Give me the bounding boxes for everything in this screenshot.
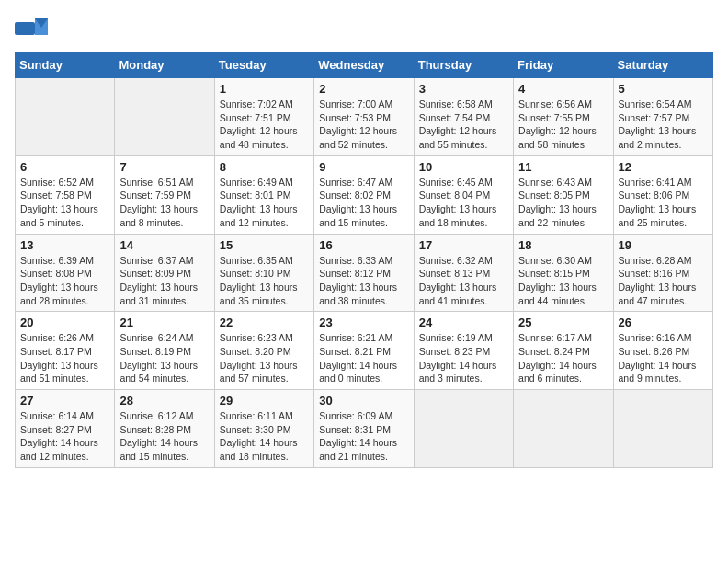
day-number: 21 [119,316,209,329]
day-cell: 18Sunrise: 6:30 AMSunset: 8:15 PMDayligh… [514,234,613,312]
day-number: 27 [20,394,109,408]
day-number: 7 [119,160,209,174]
day-cell [16,78,115,156]
day-cell: 1Sunrise: 7:02 AMSunset: 7:51 PMDaylight… [214,78,313,156]
day-cell: 27Sunrise: 6:14 AMSunset: 8:27 PMDayligh… [16,390,115,468]
day-info: Sunrise: 6:45 AMSunset: 8:04 PMDaylight:… [419,176,508,230]
day-info: Sunrise: 6:17 AMSunset: 8:24 PMDaylight:… [518,331,608,385]
day-info: Sunrise: 6:54 AMSunset: 7:57 PMDaylight:… [619,98,708,152]
day-info: Sunrise: 6:47 AMSunset: 8:02 PMDaylight:… [319,176,408,230]
weekday-header-tuesday: Tuesday [214,52,313,78]
day-cell: 29Sunrise: 6:11 AMSunset: 8:30 PMDayligh… [214,390,313,468]
day-cell [115,78,214,156]
day-number: 23 [319,316,408,329]
svg-rect-0 [15,22,35,35]
day-cell: 5Sunrise: 6:54 AMSunset: 7:57 PMDaylight… [613,78,712,156]
weekday-header-monday: Monday [115,52,214,78]
weekday-header-saturday: Saturday [613,52,712,78]
day-info: Sunrise: 6:41 AMSunset: 8:06 PMDaylight:… [619,176,708,230]
week-row-4: 20Sunrise: 6:26 AMSunset: 8:17 PMDayligh… [16,312,713,390]
day-info: Sunrise: 6:49 AMSunset: 8:01 PMDaylight:… [220,176,309,230]
day-info: Sunrise: 6:32 AMSunset: 8:13 PMDaylight:… [419,254,508,308]
weekday-header-sunday: Sunday [16,52,115,78]
week-row-2: 6Sunrise: 6:52 AMSunset: 7:58 PMDaylight… [16,155,713,234]
day-info: Sunrise: 6:35 AMSunset: 8:10 PMDaylight:… [220,254,309,308]
day-info: Sunrise: 6:28 AMSunset: 8:16 PMDaylight:… [619,254,708,308]
day-cell: 4Sunrise: 6:56 AMSunset: 7:55 PMDaylight… [514,78,613,156]
day-number: 4 [518,82,608,96]
logo-icon [15,15,48,42]
day-number: 5 [619,82,708,96]
day-number: 25 [518,316,608,329]
day-number: 22 [220,316,309,329]
day-info: Sunrise: 6:43 AMSunset: 8:05 PMDaylight:… [518,176,608,230]
day-info: Sunrise: 6:26 AMSunset: 8:17 PMDaylight:… [20,331,109,385]
day-cell [613,390,712,468]
day-info: Sunrise: 6:56 AMSunset: 7:55 PMDaylight:… [518,98,608,152]
day-info: Sunrise: 6:09 AMSunset: 8:31 PMDaylight:… [319,409,408,464]
day-cell [414,390,513,468]
day-cell: 20Sunrise: 6:26 AMSunset: 8:17 PMDayligh… [16,312,115,390]
day-cell: 19Sunrise: 6:28 AMSunset: 8:16 PMDayligh… [613,234,712,312]
day-number: 6 [20,160,109,174]
day-number: 29 [220,394,309,408]
day-info: Sunrise: 6:52 AMSunset: 7:58 PMDaylight:… [20,176,109,230]
day-cell: 28Sunrise: 6:12 AMSunset: 8:28 PMDayligh… [115,390,214,468]
day-number: 13 [20,238,109,252]
day-number: 30 [319,394,408,408]
day-info: Sunrise: 6:39 AMSunset: 8:08 PMDaylight:… [20,254,109,308]
day-info: Sunrise: 6:16 AMSunset: 8:26 PMDaylight:… [619,331,708,385]
day-info: Sunrise: 6:51 AMSunset: 7:59 PMDaylight:… [119,176,209,230]
day-info: Sunrise: 6:14 AMSunset: 8:27 PMDaylight:… [20,409,109,464]
day-cell: 3Sunrise: 6:58 AMSunset: 7:54 PMDaylight… [414,78,513,156]
day-number: 20 [20,316,109,329]
day-info: Sunrise: 6:12 AMSunset: 8:28 PMDaylight:… [119,409,209,464]
day-number: 11 [518,160,608,174]
calendar-table: SundayMondayTuesdayWednesdayThursdayFrid… [15,52,713,468]
day-number: 14 [119,238,209,252]
week-row-3: 13Sunrise: 6:39 AMSunset: 8:08 PMDayligh… [16,234,713,312]
day-cell: 10Sunrise: 6:45 AMSunset: 8:04 PMDayligh… [414,155,513,234]
day-cell: 14Sunrise: 6:37 AMSunset: 8:09 PMDayligh… [115,234,214,312]
day-info: Sunrise: 7:02 AMSunset: 7:51 PMDaylight:… [220,98,309,152]
day-cell: 15Sunrise: 6:35 AMSunset: 8:10 PMDayligh… [214,234,313,312]
weekday-header-wednesday: Wednesday [314,52,414,78]
weekday-header-row: SundayMondayTuesdayWednesdayThursdayFrid… [16,52,713,78]
day-number: 17 [419,238,508,252]
day-number: 10 [419,160,508,174]
weekday-header-thursday: Thursday [414,52,513,78]
day-number: 2 [319,82,408,96]
day-cell: 17Sunrise: 6:32 AMSunset: 8:13 PMDayligh… [414,234,513,312]
day-cell: 8Sunrise: 6:49 AMSunset: 8:01 PMDaylight… [214,155,313,234]
week-row-5: 27Sunrise: 6:14 AMSunset: 8:27 PMDayligh… [16,390,713,468]
day-info: Sunrise: 6:58 AMSunset: 7:54 PMDaylight:… [419,98,508,152]
calendar-header: SundayMondayTuesdayWednesdayThursdayFrid… [16,52,713,78]
day-number: 8 [220,160,309,174]
day-number: 16 [319,238,408,252]
day-number: 12 [619,160,708,174]
day-cell: 13Sunrise: 6:39 AMSunset: 8:08 PMDayligh… [16,234,115,312]
day-cell: 12Sunrise: 6:41 AMSunset: 8:06 PMDayligh… [613,155,712,234]
day-number: 24 [419,316,508,329]
day-number: 15 [220,238,309,252]
day-cell: 16Sunrise: 6:33 AMSunset: 8:12 PMDayligh… [314,234,414,312]
day-info: Sunrise: 6:23 AMSunset: 8:20 PMDaylight:… [220,331,309,385]
day-cell: 2Sunrise: 7:00 AMSunset: 7:53 PMDaylight… [314,78,414,156]
day-number: 1 [220,82,309,96]
day-cell: 22Sunrise: 6:23 AMSunset: 8:20 PMDayligh… [214,312,313,390]
calendar-body: 1Sunrise: 7:02 AMSunset: 7:51 PMDaylight… [16,78,713,468]
day-cell: 26Sunrise: 6:16 AMSunset: 8:26 PMDayligh… [613,312,712,390]
day-cell: 7Sunrise: 6:51 AMSunset: 7:59 PMDaylight… [115,155,214,234]
day-info: Sunrise: 6:37 AMSunset: 8:09 PMDaylight:… [119,254,209,308]
day-number: 19 [619,238,708,252]
header [15,15,713,42]
day-cell [514,390,613,468]
day-info: Sunrise: 6:33 AMSunset: 8:12 PMDaylight:… [319,254,408,308]
day-cell: 23Sunrise: 6:21 AMSunset: 8:21 PMDayligh… [314,312,414,390]
day-cell: 21Sunrise: 6:24 AMSunset: 8:19 PMDayligh… [115,312,214,390]
day-info: Sunrise: 6:21 AMSunset: 8:21 PMDaylight:… [319,331,408,385]
day-info: Sunrise: 7:00 AMSunset: 7:53 PMDaylight:… [319,98,408,152]
day-cell: 25Sunrise: 6:17 AMSunset: 8:24 PMDayligh… [514,312,613,390]
day-cell: 24Sunrise: 6:19 AMSunset: 8:23 PMDayligh… [414,312,513,390]
day-number: 28 [119,394,209,408]
